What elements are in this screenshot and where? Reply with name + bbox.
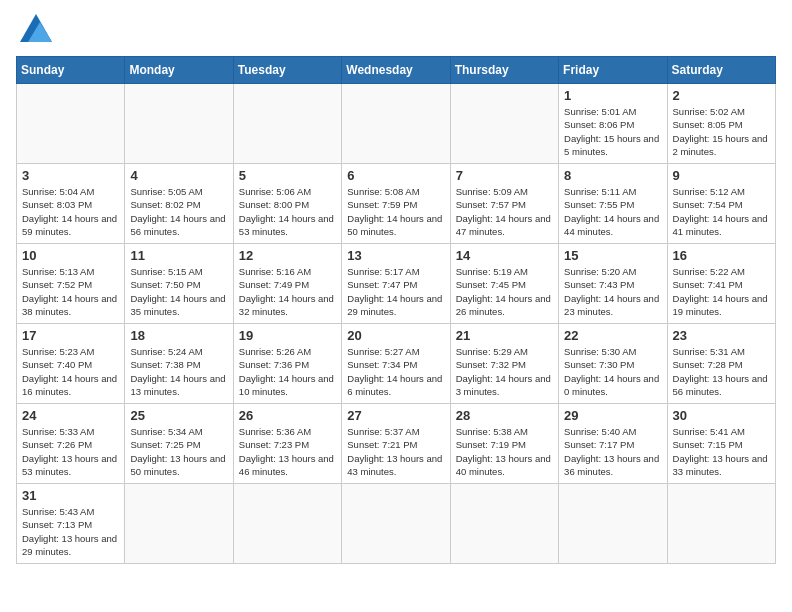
day-header-tuesday: Tuesday (233, 57, 341, 84)
day-cell: 22Sunrise: 5:30 AMSunset: 7:30 PMDayligh… (559, 324, 667, 404)
day-cell: 18Sunrise: 5:24 AMSunset: 7:38 PMDayligh… (125, 324, 233, 404)
day-cell: 14Sunrise: 5:19 AMSunset: 7:45 PMDayligh… (450, 244, 558, 324)
day-info: Sunrise: 5:11 AMSunset: 7:55 PMDaylight:… (564, 185, 661, 238)
week-row-2: 10Sunrise: 5:13 AMSunset: 7:52 PMDayligh… (17, 244, 776, 324)
day-number: 3 (22, 168, 119, 183)
day-cell: 4Sunrise: 5:05 AMSunset: 8:02 PMDaylight… (125, 164, 233, 244)
calendar-table: SundayMondayTuesdayWednesdayThursdayFrid… (16, 56, 776, 564)
day-number: 19 (239, 328, 336, 343)
day-header-thursday: Thursday (450, 57, 558, 84)
day-number: 10 (22, 248, 119, 263)
day-number: 25 (130, 408, 227, 423)
day-info: Sunrise: 5:22 AMSunset: 7:41 PMDaylight:… (673, 265, 770, 318)
day-cell: 13Sunrise: 5:17 AMSunset: 7:47 PMDayligh… (342, 244, 450, 324)
day-number: 28 (456, 408, 553, 423)
day-cell: 29Sunrise: 5:40 AMSunset: 7:17 PMDayligh… (559, 404, 667, 484)
day-info: Sunrise: 5:05 AMSunset: 8:02 PMDaylight:… (130, 185, 227, 238)
day-cell: 31Sunrise: 5:43 AMSunset: 7:13 PMDayligh… (17, 484, 125, 564)
day-cell: 20Sunrise: 5:27 AMSunset: 7:34 PMDayligh… (342, 324, 450, 404)
week-row-5: 31Sunrise: 5:43 AMSunset: 7:13 PMDayligh… (17, 484, 776, 564)
week-row-1: 3Sunrise: 5:04 AMSunset: 8:03 PMDaylight… (17, 164, 776, 244)
day-number: 17 (22, 328, 119, 343)
day-info: Sunrise: 5:12 AMSunset: 7:54 PMDaylight:… (673, 185, 770, 238)
day-number: 18 (130, 328, 227, 343)
day-header-saturday: Saturday (667, 57, 775, 84)
day-info: Sunrise: 5:34 AMSunset: 7:25 PMDaylight:… (130, 425, 227, 478)
day-info: Sunrise: 5:09 AMSunset: 7:57 PMDaylight:… (456, 185, 553, 238)
day-cell: 8Sunrise: 5:11 AMSunset: 7:55 PMDaylight… (559, 164, 667, 244)
day-info: Sunrise: 5:41 AMSunset: 7:15 PMDaylight:… (673, 425, 770, 478)
day-cell: 10Sunrise: 5:13 AMSunset: 7:52 PMDayligh… (17, 244, 125, 324)
day-cell (450, 484, 558, 564)
day-info: Sunrise: 5:08 AMSunset: 7:59 PMDaylight:… (347, 185, 444, 238)
day-info: Sunrise: 5:38 AMSunset: 7:19 PMDaylight:… (456, 425, 553, 478)
day-cell: 26Sunrise: 5:36 AMSunset: 7:23 PMDayligh… (233, 404, 341, 484)
day-info: Sunrise: 5:16 AMSunset: 7:49 PMDaylight:… (239, 265, 336, 318)
day-cell: 3Sunrise: 5:04 AMSunset: 8:03 PMDaylight… (17, 164, 125, 244)
day-cell (17, 84, 125, 164)
day-cell (559, 484, 667, 564)
day-info: Sunrise: 5:01 AMSunset: 8:06 PMDaylight:… (564, 105, 661, 158)
week-row-3: 17Sunrise: 5:23 AMSunset: 7:40 PMDayligh… (17, 324, 776, 404)
day-cell: 2Sunrise: 5:02 AMSunset: 8:05 PMDaylight… (667, 84, 775, 164)
day-number: 24 (22, 408, 119, 423)
day-info: Sunrise: 5:19 AMSunset: 7:45 PMDaylight:… (456, 265, 553, 318)
day-cell (450, 84, 558, 164)
day-info: Sunrise: 5:06 AMSunset: 8:00 PMDaylight:… (239, 185, 336, 238)
day-number: 31 (22, 488, 119, 503)
day-number: 4 (130, 168, 227, 183)
day-header-sunday: Sunday (17, 57, 125, 84)
day-info: Sunrise: 5:27 AMSunset: 7:34 PMDaylight:… (347, 345, 444, 398)
week-row-4: 24Sunrise: 5:33 AMSunset: 7:26 PMDayligh… (17, 404, 776, 484)
day-cell: 16Sunrise: 5:22 AMSunset: 7:41 PMDayligh… (667, 244, 775, 324)
day-number: 2 (673, 88, 770, 103)
day-cell: 27Sunrise: 5:37 AMSunset: 7:21 PMDayligh… (342, 404, 450, 484)
day-number: 30 (673, 408, 770, 423)
day-cell: 12Sunrise: 5:16 AMSunset: 7:49 PMDayligh… (233, 244, 341, 324)
day-info: Sunrise: 5:02 AMSunset: 8:05 PMDaylight:… (673, 105, 770, 158)
day-cell: 9Sunrise: 5:12 AMSunset: 7:54 PMDaylight… (667, 164, 775, 244)
day-cell (233, 484, 341, 564)
day-cell (342, 484, 450, 564)
day-cell: 11Sunrise: 5:15 AMSunset: 7:50 PMDayligh… (125, 244, 233, 324)
day-info: Sunrise: 5:26 AMSunset: 7:36 PMDaylight:… (239, 345, 336, 398)
day-info: Sunrise: 5:37 AMSunset: 7:21 PMDaylight:… (347, 425, 444, 478)
day-cell: 6Sunrise: 5:08 AMSunset: 7:59 PMDaylight… (342, 164, 450, 244)
day-cell: 21Sunrise: 5:29 AMSunset: 7:32 PMDayligh… (450, 324, 558, 404)
day-number: 8 (564, 168, 661, 183)
day-number: 14 (456, 248, 553, 263)
day-info: Sunrise: 5:24 AMSunset: 7:38 PMDaylight:… (130, 345, 227, 398)
day-header-friday: Friday (559, 57, 667, 84)
day-number: 20 (347, 328, 444, 343)
week-row-0: 1Sunrise: 5:01 AMSunset: 8:06 PMDaylight… (17, 84, 776, 164)
day-number: 22 (564, 328, 661, 343)
day-cell: 30Sunrise: 5:41 AMSunset: 7:15 PMDayligh… (667, 404, 775, 484)
day-number: 23 (673, 328, 770, 343)
day-number: 21 (456, 328, 553, 343)
day-info: Sunrise: 5:15 AMSunset: 7:50 PMDaylight:… (130, 265, 227, 318)
day-cell (125, 484, 233, 564)
day-number: 11 (130, 248, 227, 263)
day-number: 9 (673, 168, 770, 183)
day-cell: 5Sunrise: 5:06 AMSunset: 8:00 PMDaylight… (233, 164, 341, 244)
day-number: 12 (239, 248, 336, 263)
day-cell: 24Sunrise: 5:33 AMSunset: 7:26 PMDayligh… (17, 404, 125, 484)
day-number: 5 (239, 168, 336, 183)
day-info: Sunrise: 5:23 AMSunset: 7:40 PMDaylight:… (22, 345, 119, 398)
day-header-wednesday: Wednesday (342, 57, 450, 84)
day-cell: 7Sunrise: 5:09 AMSunset: 7:57 PMDaylight… (450, 164, 558, 244)
day-info: Sunrise: 5:13 AMSunset: 7:52 PMDaylight:… (22, 265, 119, 318)
day-info: Sunrise: 5:36 AMSunset: 7:23 PMDaylight:… (239, 425, 336, 478)
day-number: 6 (347, 168, 444, 183)
logo (16, 16, 52, 44)
day-cell: 15Sunrise: 5:20 AMSunset: 7:43 PMDayligh… (559, 244, 667, 324)
day-info: Sunrise: 5:43 AMSunset: 7:13 PMDaylight:… (22, 505, 119, 558)
day-number: 27 (347, 408, 444, 423)
header-row: SundayMondayTuesdayWednesdayThursdayFrid… (17, 57, 776, 84)
day-info: Sunrise: 5:33 AMSunset: 7:26 PMDaylight:… (22, 425, 119, 478)
day-cell (667, 484, 775, 564)
day-cell: 1Sunrise: 5:01 AMSunset: 8:06 PMDaylight… (559, 84, 667, 164)
day-info: Sunrise: 5:17 AMSunset: 7:47 PMDaylight:… (347, 265, 444, 318)
day-cell: 28Sunrise: 5:38 AMSunset: 7:19 PMDayligh… (450, 404, 558, 484)
day-cell: 17Sunrise: 5:23 AMSunset: 7:40 PMDayligh… (17, 324, 125, 404)
